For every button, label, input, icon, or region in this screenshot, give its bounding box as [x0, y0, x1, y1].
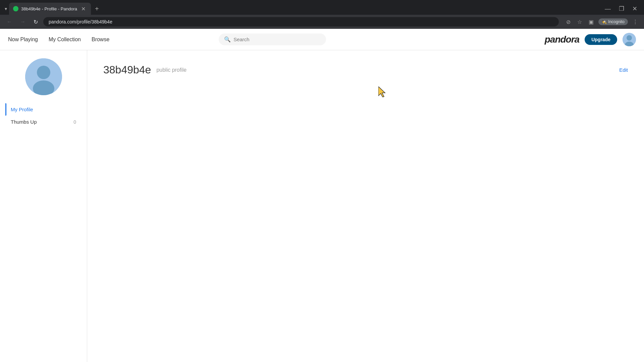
profile-username: 38b49b4e — [103, 64, 151, 76]
cast-icon[interactable]: ⊘ — [564, 17, 573, 26]
incognito-label: Incognito — [608, 19, 625, 24]
search-bar: 🔍 — [219, 34, 326, 45]
nav-links: Now Playing My Collection Browse — [8, 37, 109, 43]
svg-point-4 — [37, 66, 50, 79]
pandora-logo: pandora — [545, 34, 579, 45]
back-button[interactable]: ← — [4, 17, 15, 26]
my-profile-label: My Profile — [11, 107, 33, 112]
profile-area: 38b49b4e public profile Edit — [87, 50, 644, 362]
profile-avatar-icon — [25, 58, 62, 95]
address-bar-row: ← → ↻ ⊘ ☆ ▣ 🕵 Incognito ⋮ — [0, 15, 644, 29]
window-controls: — ❐ ✕ — [602, 4, 644, 14]
more-options-icon[interactable]: ⋮ — [631, 17, 640, 26]
app: Now Playing My Collection Browse 🔍 pando… — [0, 29, 644, 362]
thumbs-up-count: 0 — [73, 119, 76, 125]
active-tab[interactable]: 38b49b4e - Profile - Pandora ✕ — [9, 3, 91, 15]
user-avatar-button[interactable] — [623, 33, 636, 46]
tab-close-button[interactable]: ✕ — [80, 5, 87, 13]
profile-avatar — [25, 58, 62, 95]
tab-title: 38b49b4e - Profile - Pandora — [21, 6, 77, 11]
refresh-button[interactable]: ↻ — [31, 17, 41, 26]
minimize-button[interactable]: — — [602, 4, 613, 14]
profile-tag: public profile — [156, 67, 186, 73]
browser-chrome: ▾ 38b49b4e - Profile - Pandora ✕ + — ❐ ✕… — [0, 0, 644, 29]
search-input[interactable] — [233, 37, 321, 42]
avatar-icon — [623, 33, 636, 46]
sidebar: My Profile Thumbs Up 0 — [0, 50, 87, 362]
upgrade-button[interactable]: Upgrade — [585, 34, 617, 45]
tab-favicon — [13, 6, 18, 11]
edit-profile-link[interactable]: Edit — [619, 67, 628, 73]
nav-my-collection[interactable]: My Collection — [49, 37, 81, 43]
svg-point-1 — [627, 35, 632, 41]
new-tab-button[interactable]: + — [92, 4, 102, 14]
sidebar-nav: My Profile Thumbs Up 0 — [0, 103, 87, 128]
incognito-badge: 🕵 Incognito — [598, 18, 628, 25]
incognito-icon: 🕵 — [602, 19, 607, 24]
thumbs-up-label: Thumbs Up — [11, 119, 37, 125]
restore-button[interactable]: ❐ — [616, 4, 627, 14]
profile-header: 38b49b4e public profile Edit — [103, 64, 628, 76]
top-nav: Now Playing My Collection Browse 🔍 pando… — [0, 29, 644, 50]
main-content: My Profile Thumbs Up 0 38b49b4e public p… — [0, 50, 644, 362]
search-icon: 🔍 — [224, 36, 231, 43]
sidebar-item-thumbs-up[interactable]: Thumbs Up 0 — [5, 116, 82, 128]
sidebar-toggle-icon[interactable]: ▣ — [587, 17, 596, 26]
tab-bar: ▾ 38b49b4e - Profile - Pandora ✕ + — ❐ ✕ — [0, 0, 644, 15]
forward-button[interactable]: → — [17, 17, 28, 26]
address-bar[interactable] — [43, 17, 559, 26]
nav-browse[interactable]: Browse — [92, 37, 109, 43]
nav-now-playing[interactable]: Now Playing — [8, 37, 38, 43]
close-button[interactable]: ✕ — [630, 4, 640, 14]
browser-actions: ⊘ ☆ ▣ 🕵 Incognito ⋮ — [564, 17, 640, 26]
tab-list-button[interactable]: ▾ — [3, 5, 9, 13]
sidebar-item-my-profile[interactable]: My Profile — [5, 103, 82, 116]
nav-right: pandora Upgrade — [545, 33, 636, 46]
bookmark-icon[interactable]: ☆ — [575, 17, 584, 26]
